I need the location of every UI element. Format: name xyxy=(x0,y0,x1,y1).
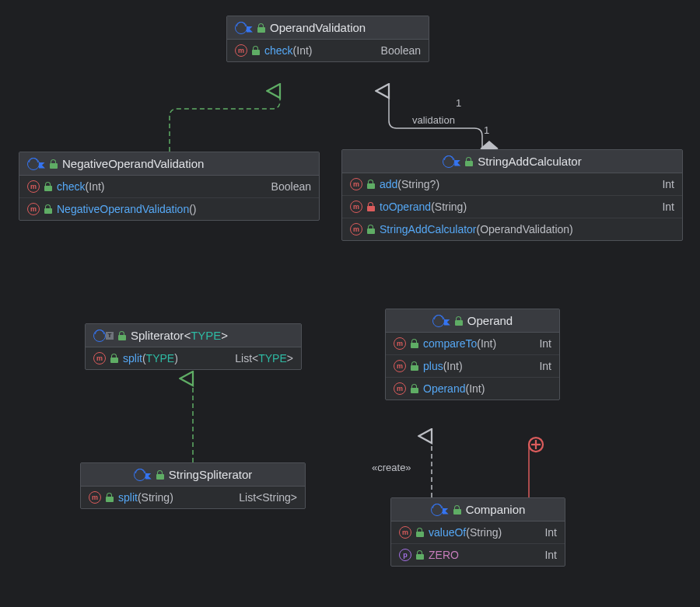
public-icon xyxy=(367,180,375,189)
method-icon xyxy=(394,337,406,350)
class-string-add-calculator[interactable]: StringAddCalculator add(String?) Int toO… xyxy=(341,149,683,241)
class-header: Operand xyxy=(386,309,559,333)
public-icon xyxy=(252,46,260,55)
member-row[interactable]: add(String?) Int xyxy=(342,173,682,196)
member-return: Boolean xyxy=(381,44,421,57)
class-operand-validation[interactable]: OperandValidation check(Int) Boolean xyxy=(226,16,429,62)
public-icon xyxy=(465,157,473,166)
member-row[interactable]: StringAddCalculator(OperandValidation) xyxy=(342,218,682,240)
public-icon xyxy=(118,331,126,340)
public-icon xyxy=(44,204,52,214)
method-icon xyxy=(350,223,362,235)
member-return: List<TYPE> xyxy=(235,352,293,365)
member-name: Operand xyxy=(423,382,465,395)
member-name: compareTo xyxy=(423,337,477,350)
public-icon xyxy=(416,550,424,560)
public-icon xyxy=(367,225,375,234)
class-spliterator[interactable]: Spliterator<TYPE> split(TYPE) List<TYPE> xyxy=(85,323,302,370)
member-params: (Int) xyxy=(443,360,463,372)
public-icon xyxy=(455,316,463,326)
member-return: Int xyxy=(662,201,674,213)
assoc-label-validation: validation xyxy=(412,114,455,126)
public-icon xyxy=(44,182,52,191)
class-header: OperandValidation xyxy=(227,16,429,40)
member-name: StringAddCalculator xyxy=(380,223,477,235)
member-row[interactable]: ZERO Int xyxy=(391,544,565,566)
member-params: () xyxy=(189,203,196,215)
member-params: (String) xyxy=(138,491,173,504)
method-icon xyxy=(93,352,106,365)
method-icon xyxy=(394,360,406,372)
method-icon xyxy=(27,180,40,193)
member-name: NegativeOperandValidation xyxy=(57,203,189,215)
method-icon xyxy=(89,491,101,504)
class-icon xyxy=(27,158,45,170)
assoc-mult-1-top: 1 xyxy=(456,97,461,109)
member-params: (OperandValidation) xyxy=(477,223,573,235)
class-name: Spliterator<TYPE> xyxy=(131,329,228,342)
class-header: StringAddCalculator xyxy=(342,150,682,173)
class-header: StringSpliterator xyxy=(81,463,305,487)
member-return: Int xyxy=(539,360,551,372)
class-name: StringSpliterator xyxy=(169,468,253,481)
class-companion[interactable]: Companion valueOf(String) Int ZERO Int xyxy=(390,497,565,567)
class-header: NegativeOperandValidation xyxy=(19,152,319,176)
method-icon xyxy=(27,203,40,215)
member-return: Boolean xyxy=(271,180,311,193)
public-icon xyxy=(411,361,418,371)
member-sig: split(TYPE) xyxy=(123,352,178,365)
member-row[interactable]: Operand(Int) xyxy=(386,378,559,399)
member-row[interactable]: valueOf(String) Int xyxy=(391,522,565,544)
class-string-spliterator[interactable]: StringSpliterator split(String) List<Str… xyxy=(80,462,306,509)
member-row[interactable]: check(Int) Boolean xyxy=(227,40,429,61)
member-return: Int xyxy=(662,178,674,190)
public-icon xyxy=(453,505,461,515)
member-name: plus xyxy=(423,360,443,372)
class-name: NegativeOperandValidation xyxy=(62,157,204,170)
uml-diagram-canvas: validation 1 1 «create» OperandValidatio… xyxy=(0,0,700,607)
member-return: Int xyxy=(544,549,557,561)
connector-layer xyxy=(0,0,700,607)
class-header: Companion xyxy=(391,498,565,522)
property-name: ZERO xyxy=(429,549,459,561)
class-name: OperandValidation xyxy=(270,21,366,34)
member-row[interactable]: toOperand(String) Int xyxy=(342,196,682,218)
class-icon xyxy=(134,469,152,481)
public-icon xyxy=(411,384,418,393)
public-icon xyxy=(106,493,114,502)
member-name: add xyxy=(380,178,397,190)
class-name: Companion xyxy=(466,503,526,516)
member-row[interactable]: compareTo(Int) Int xyxy=(386,333,559,355)
member-params: (String) xyxy=(466,526,502,539)
member-params: (String) xyxy=(431,201,467,213)
member-params: (Int) xyxy=(465,382,485,395)
interface-icon xyxy=(235,22,253,34)
method-icon xyxy=(394,382,406,395)
member-name: split xyxy=(118,491,138,504)
class-negative-operand-validation[interactable]: NegativeOperandValidation check(Int) Boo… xyxy=(19,152,320,221)
public-icon xyxy=(416,528,424,537)
property-icon xyxy=(399,549,411,561)
member-params: (Int) xyxy=(86,180,105,193)
member-row[interactable]: split(TYPE) List<TYPE> xyxy=(86,347,301,369)
member-params: (Int) xyxy=(477,337,496,350)
member-row[interactable]: NegativeOperandValidation() xyxy=(19,198,319,220)
method-icon xyxy=(350,201,362,213)
class-operand[interactable]: Operand compareTo(Int) Int plus(Int) Int… xyxy=(385,309,560,400)
member-name: valueOf xyxy=(429,526,466,539)
member-row[interactable]: split(String) List<String> xyxy=(81,487,305,508)
member-params: (Int) xyxy=(293,44,313,57)
public-icon xyxy=(257,23,265,33)
class-icon xyxy=(431,504,449,516)
private-icon xyxy=(367,202,375,211)
member-row[interactable]: plus(Int) Int xyxy=(386,355,559,378)
member-name: check xyxy=(264,44,293,57)
member-return: List<String> xyxy=(239,491,297,504)
public-icon xyxy=(156,470,164,480)
dep-label-create: «create» xyxy=(372,462,411,473)
member-row[interactable]: check(Int) Boolean xyxy=(19,176,319,198)
member-return: Int xyxy=(544,526,557,539)
public-icon xyxy=(411,339,418,348)
public-icon xyxy=(110,354,118,363)
assoc-mult-1-bottom: 1 xyxy=(484,124,489,136)
